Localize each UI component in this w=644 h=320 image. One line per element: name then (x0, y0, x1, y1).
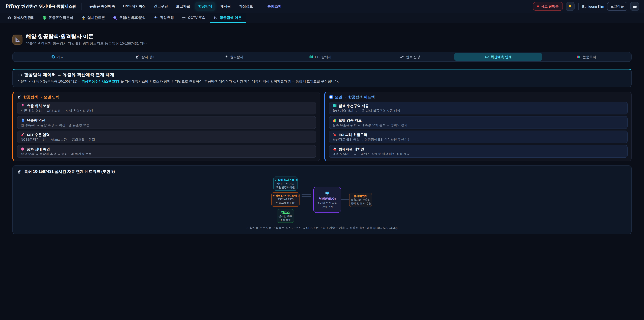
tab-esi-map[interactable]: ESI 방제지도 (278, 53, 366, 61)
nav-item-emergency-rescue[interactable]: 긴급구난 (151, 2, 171, 11)
network-diagram: 기상예측시스템 ① 바람·기온·기압 국립환경과학원 위성영상수신시스템 ② S… (271, 177, 373, 223)
dish-icon (18, 169, 22, 174)
item-title-row: ESI 피해 위험구역 (332, 132, 624, 137)
desc-highlight: 위성영상수신시스템(SST) (82, 80, 120, 83)
topbar-divider (578, 3, 578, 10)
map-icon (309, 55, 313, 59)
pin-icon (21, 104, 25, 108)
node-tide-station: 검조소 실시간 조위 조석정보 (277, 209, 294, 223)
subtab-label: 실시간드론 (88, 15, 105, 20)
ufo-drone-icon (81, 16, 85, 20)
subtab-aerial-search-theory[interactable]: 항공탐색 이론 (210, 13, 246, 23)
nav-item-oil-spill-forecast[interactable]: 유출유 확산예측 (86, 2, 118, 11)
user-name: Eunjeong Kim (582, 4, 604, 9)
subtab-pollution-ship-3d[interactable]: 오염/선박3D분석 (109, 13, 150, 23)
item-title-row: 풍화 상태 확인 (21, 147, 312, 151)
dish-icon (17, 95, 21, 99)
menu-button[interactable] (630, 2, 639, 11)
subtab-realtime-drone[interactable]: 실시간드론 (77, 13, 109, 23)
item-title-row: 탐색 우선구역 제공 (332, 103, 624, 108)
nav-divider (260, 2, 261, 11)
tab-forecast-link[interactable]: 확산예측 연계 (454, 53, 542, 61)
list-item: SST 수온 입력 NGSST FTP 수신 → Akima 보간 → 풍화모델… (17, 131, 316, 143)
magnifier-icon (113, 16, 117, 20)
ruler-icon (400, 55, 404, 59)
main-nav: 유출유 확산예측 HNS·대기확산 긴급구난 보고자료 항공탐색 게시판 기상정… (86, 2, 284, 11)
page-icon-tile (12, 35, 22, 45)
nav-item-reports[interactable]: 보고자료 (173, 2, 193, 11)
node-client: 클라이언트 유출지점·유출량 입력 및 결과 수령 (349, 193, 372, 207)
brand-title: 해양환경 위기대응 통합시스템 (21, 4, 77, 9)
linkage-panel: 항공탐색 데이터 → 유출유 확산예측 연계 체계 이문진 박사 특허(등록특허… (12, 69, 632, 87)
node-line: 모델 구동 (322, 205, 333, 209)
tab-area-calculation[interactable]: 면적 산정 (366, 53, 454, 61)
connector-line (302, 194, 311, 195)
list-item: 유출 위치 보정 드론·위성 영상 → GPS 좌표 → 모델 유출지점 갱신 (17, 102, 316, 114)
desc-before: 이문진 박사 특허(등록특허 10-1567431)는 (18, 80, 82, 83)
notification-button[interactable] (566, 2, 574, 11)
node-line: 입력 및 결과 수령 (350, 202, 371, 205)
nav-item-integrated-search[interactable]: 통합조회 (264, 2, 284, 11)
item-title: 유출 위치 보정 (27, 103, 50, 108)
nav-item-aerial-search[interactable]: 항공탐색 (195, 2, 215, 11)
item-title-row: 방제자원 배치안 (332, 147, 624, 151)
incident-status-badge[interactable]: 사고 진행중 (533, 2, 563, 11)
list-item: 방제자원 배치안 예측 도달시간 → 오일펜스·방제정 최적 배치 좌표 제공 (329, 145, 628, 158)
tab-label: 원격탐사 (230, 55, 243, 59)
palette-icon (21, 147, 25, 151)
item-title-row: SST 수온 입력 (21, 132, 312, 137)
node-satellite-receiving-system: 위성영상수신시스템 ② SST(NGSST) 토호쿠대학 FTP (271, 192, 300, 207)
item-title-row: 유출 위치 보정 (21, 103, 312, 108)
globe-icon (51, 55, 55, 59)
item-title: 유출량 역산 (27, 118, 46, 123)
incident-dot-icon (537, 5, 539, 8)
siren-icon (332, 133, 336, 137)
link-icon (485, 55, 489, 59)
node-line: 유출지점·유출량 (350, 198, 371, 202)
linkage-panel-title: 항공탐색 데이터 → 유출유 확산예측 연계 체계 (24, 72, 114, 78)
subtab-cctv-view[interactable]: CCTV 조회 (178, 13, 210, 23)
desc-after: 을 기상예측시스템·검조소와 함께 인터넷으로 연결하여, 항공탐색 데이터가 … (120, 80, 339, 83)
node-line: 바람·기온·기압 (275, 182, 296, 186)
item-desc: 드론·위성 영상 → GPS 좌표 → 모델 유출지점 갱신 (21, 109, 312, 112)
subtab-satellite-request[interactable]: 위성요청 (150, 13, 178, 23)
nav-item-board[interactable]: 게시판 (217, 2, 234, 11)
tab-overview[interactable]: 개요 (14, 53, 102, 61)
tab-label: 확산예측 연계 (491, 55, 512, 59)
network-panel-title: 특허 10-1567431 실시간 자료 연계 네트워크 (도면 9) (24, 169, 115, 174)
bar-chart-icon (332, 118, 336, 122)
page-title: 해양 항공탐색·원격탐사 이론 (26, 33, 147, 40)
network-caption: 기상자료·수온자료·조석정보 실시간 수신 → CHARRY 조류 + 취송류 … (18, 226, 626, 230)
tab-remote-sensing[interactable]: 원격탐사 (190, 53, 278, 61)
nav-item-weather-info[interactable]: 기상정보 (236, 2, 256, 11)
triangle-ruler-icon (214, 16, 218, 20)
item-desc: 색상 분류 → 증발비 추정 → 풍화모델 초기값 보정 (21, 152, 312, 156)
cards-row: 항공탐색 → 모델 입력 유출 위치 보정 드론·위성 영상 → GPS 좌표 … (12, 92, 632, 161)
subtab-oil-area-analysis[interactable]: 유출유면적분석 (38, 13, 77, 23)
brand-divider (81, 3, 82, 10)
nav-item-hns-diffusion[interactable]: HNS·대기확산 (120, 2, 149, 11)
page-subtitle: 유출유 원격탐지·항공감시 기법·ESI 방제정보지도·등록특허 10-1567… (26, 41, 147, 46)
card-title: 모델 → 항공탐색 피드백 (335, 95, 375, 99)
monitor-icon (325, 191, 330, 196)
page-header-text: 해양 항공탐색·원격탐사 이론 유출유 원격탐지·항공감시 기법·ESI 방제정… (26, 33, 147, 46)
tab-detection-equipment[interactable]: 탐지 장비 (102, 53, 190, 61)
subtab-image-photo-management[interactable]: 영상사진관리 (3, 13, 38, 23)
node-title: 위성영상수신시스템 ② (273, 194, 298, 198)
card-model-to-search: 모델 → 항공탐색 피드백 탐색 우선구역 제공 확산 예측 결과 → 다음 탐… (324, 92, 632, 161)
tab-papers-patents[interactable]: 논문특허 (542, 53, 630, 61)
tab-label: 개요 (57, 55, 64, 59)
logout-button[interactable]: 로그아웃 (607, 2, 627, 11)
item-title: SST 수온 입력 (27, 132, 50, 137)
subtab-label: 항공탐색 이론 (220, 15, 242, 20)
subtab-label: 유출유면적분석 (49, 15, 73, 20)
item-title-row: 유출량 역산 (21, 118, 312, 123)
card-title: 항공탐색 → 모델 입력 (23, 95, 59, 99)
refresh-icon (329, 95, 333, 99)
linkage-panel-title-row: 항공탐색 데이터 → 유출유 확산예측 연계 체계 (18, 72, 626, 78)
camera-icon (8, 16, 12, 20)
item-desc: 실측 유출유 위치 ↔ 예측값 오차 분석 → 정확도 평가 (332, 123, 624, 127)
topbar: Wing 해양환경 위기대응 통합시스템 유출유 확산예측 HNS·대기확산 긴… (0, 0, 644, 13)
connector-line (302, 198, 311, 198)
section-tabstrip: 개요 탐지 장비 원격탐사 ESI 방제지도 (12, 52, 632, 62)
